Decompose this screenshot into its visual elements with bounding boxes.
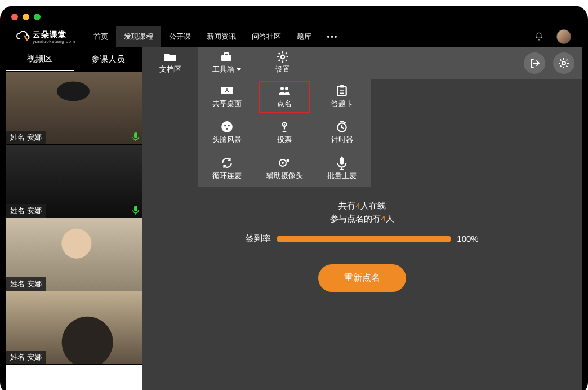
minimize-window-icon[interactable] xyxy=(23,14,29,20)
tool-label: 批量上麦 xyxy=(327,171,357,181)
brainstorm-icon xyxy=(221,121,233,132)
nav-home[interactable]: 首页 xyxy=(86,26,116,47)
brand-logo[interactable]: 云朵课堂 yunduoketang.com xyxy=(6,30,86,44)
cycle-mic-icon xyxy=(221,157,233,169)
tool-aux-camera[interactable]: 辅助摄像头 xyxy=(256,151,313,187)
chevron-down-icon xyxy=(237,68,241,71)
top-nav-right xyxy=(534,29,582,44)
tool-label: 计时器 xyxy=(331,135,353,145)
svg-point-4 xyxy=(281,55,285,59)
answer-card-icon xyxy=(336,85,348,96)
docs-tab[interactable]: 文档区 xyxy=(142,47,198,79)
vote-icon xyxy=(278,121,291,132)
participant-name: 姓名 安娜 xyxy=(6,131,46,144)
nav-items: 首页 发现课程 公开课 新闻资讯 问答社区 题库 ••• xyxy=(86,26,346,47)
rollcall-panel: 共有4人在线 参与点名的有4人 签到率 100% 重新点名 xyxy=(142,200,582,292)
participant-name: 姓名 安娜 xyxy=(6,277,46,291)
nav-bank[interactable]: 题库 xyxy=(289,26,319,47)
rollcall-again-button[interactable]: 重新点名 xyxy=(318,264,406,292)
tool-timer[interactable]: 计时器 xyxy=(313,115,371,151)
nav-qa[interactable]: 问答社区 xyxy=(244,26,289,47)
share-screen-icon xyxy=(221,85,233,96)
settings-tab[interactable]: 设置 xyxy=(255,47,311,79)
svg-rect-0 xyxy=(134,132,137,138)
tab-people[interactable]: 参课人员 xyxy=(74,47,142,71)
progress-row: 签到率 100% xyxy=(246,233,478,244)
main-panel: 文档区 工具箱 设置 xyxy=(142,47,582,390)
video-list: 姓名 安娜 姓名 安娜 姓名 安娜 姓名 安娜 xyxy=(6,71,142,390)
cloud-logo-icon xyxy=(16,31,30,42)
video-tile[interactable]: 姓名 安娜 xyxy=(6,218,142,291)
toolbox-icon xyxy=(220,52,233,62)
nav-discover[interactable]: 发现课程 xyxy=(116,26,161,47)
mic-icon xyxy=(132,205,140,215)
participant-name: 姓名 安娜 xyxy=(6,351,46,364)
nav-news[interactable]: 新闻资讯 xyxy=(199,26,244,47)
svg-rect-3 xyxy=(224,53,229,55)
toolbox-tab[interactable]: 工具箱 xyxy=(198,47,255,79)
left-tabs: 视频区 参课人员 xyxy=(6,47,142,71)
video-tile[interactable] xyxy=(6,364,142,390)
gear-icon xyxy=(277,52,289,62)
tool-cycle-mic[interactable]: 循环连麦 xyxy=(198,151,256,187)
main-topbar: 文档区 工具箱 设置 xyxy=(142,47,582,79)
nav-public[interactable]: 公开课 xyxy=(161,26,199,47)
settings-label: 设置 xyxy=(275,64,290,74)
tool-label: 答题卡 xyxy=(331,99,353,109)
tool-share-screen[interactable]: 共享桌面 xyxy=(198,79,256,115)
close-window-icon[interactable] xyxy=(11,14,18,20)
tool-label: 辅助摄像头 xyxy=(266,171,303,181)
tool-vote[interactable]: 投票 xyxy=(256,115,313,151)
tool-label: 投票 xyxy=(277,135,292,145)
timer-icon xyxy=(336,121,348,132)
rollcall-icon xyxy=(278,85,291,96)
video-tile[interactable]: 姓名 安娜 xyxy=(6,291,142,364)
bell-icon[interactable] xyxy=(534,32,544,42)
tool-rollcall[interactable]: 点名 xyxy=(256,79,313,115)
exit-button[interactable] xyxy=(524,52,545,74)
progress-bar xyxy=(277,236,451,242)
svg-point-19 xyxy=(282,162,284,164)
nav-more[interactable]: ••• xyxy=(319,26,346,47)
folder-icon xyxy=(164,52,176,62)
svg-point-14 xyxy=(226,128,228,130)
brand-name: 云朵课堂 xyxy=(33,30,66,39)
tab-video[interactable]: 视频区 xyxy=(6,47,74,71)
svg-point-11 xyxy=(221,121,233,132)
tool-batch-mic[interactable]: 批量上麦 xyxy=(313,151,371,187)
svg-rect-10 xyxy=(340,85,344,87)
maximize-window-icon[interactable] xyxy=(34,14,41,20)
participant-name: 姓名 安娜 xyxy=(6,204,46,218)
rollcall-online: 共有4人在线 xyxy=(338,201,385,211)
exit-icon xyxy=(529,57,540,69)
svg-rect-2 xyxy=(221,55,231,61)
svg-point-16 xyxy=(284,124,285,125)
svg-point-13 xyxy=(228,125,230,126)
tool-label: 共享桌面 xyxy=(212,99,242,109)
tool-answer-card[interactable]: 答题卡 xyxy=(313,79,371,115)
tool-label: 头脑风暴 xyxy=(212,135,242,145)
settings-button[interactable] xyxy=(553,52,574,74)
rollcall-participated: 参与点名的有4人 xyxy=(330,214,394,224)
window-controls xyxy=(6,11,582,26)
svg-point-12 xyxy=(224,125,226,126)
user-avatar[interactable] xyxy=(556,29,571,44)
tool-label: 循环连麦 xyxy=(212,171,242,181)
svg-rect-21 xyxy=(340,157,344,164)
tool-brainstorm[interactable]: 头脑风暴 xyxy=(198,115,256,151)
aux-camera-icon xyxy=(278,157,291,169)
mic-icon xyxy=(132,132,140,142)
gear-icon xyxy=(558,57,569,69)
video-tile[interactable]: 姓名 安娜 xyxy=(6,144,142,218)
app-window: 云朵课堂 yunduoketang.com 首页 发现课程 公开课 新闻资讯 问… xyxy=(0,6,588,390)
left-panel: 视频区 参课人员 姓名 安娜 姓名 安娜 姓名 安娜 xyxy=(6,47,142,390)
app-body: 视频区 参课人员 姓名 安娜 姓名 安娜 姓名 安娜 xyxy=(6,47,582,390)
toolbox-dropdown: 共享桌面 点名 答题卡 头脑风暴 投票 xyxy=(198,79,371,187)
top-nav: 云朵课堂 yunduoketang.com 首页 发现课程 公开课 新闻资讯 问… xyxy=(6,26,582,47)
docs-label: 文档区 xyxy=(159,64,181,74)
toolbox-label: 工具箱 xyxy=(212,64,241,74)
progress-label: 签到率 xyxy=(246,233,271,244)
video-tile[interactable]: 姓名 安娜 xyxy=(6,71,142,144)
svg-point-5 xyxy=(562,61,565,65)
svg-point-8 xyxy=(285,87,288,90)
